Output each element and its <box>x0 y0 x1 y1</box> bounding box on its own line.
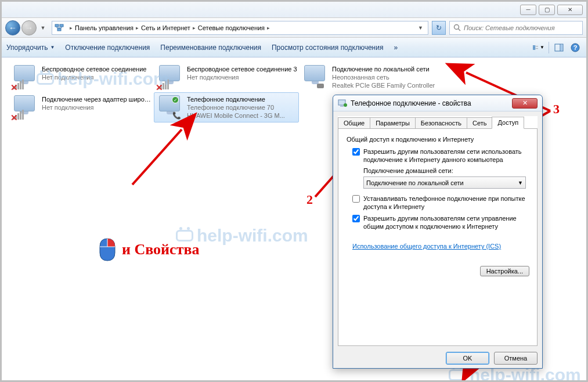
connection-device: HUAWEI Mobile Connect - 3G M... <box>187 111 285 120</box>
window-titlebar: ─ ▢ ✕ <box>2 2 586 18</box>
svg-line-8 <box>459 28 461 31</box>
disconnected-x-icon: ✕ <box>10 113 19 121</box>
cancel-button[interactable]: Отмена <box>494 352 538 365</box>
breadcrumb-seg[interactable]: ▸Сеть и Интернет <box>134 24 190 31</box>
network-adapter-icon: ✓ 📞 <box>158 95 182 120</box>
connection-title: Беспроводное сетевое соединение <box>42 65 146 73</box>
ok-button[interactable]: OK <box>446 352 489 365</box>
dialog-titlebar: Телефонное подключение - свойства ✕ <box>333 95 542 111</box>
network-adapter-icon: ✕ <box>13 95 37 120</box>
view-options-button[interactable]: ▼ <box>532 41 545 54</box>
forward-button[interactable]: → <box>21 20 37 35</box>
allow-sharing-checkbox[interactable] <box>352 148 360 156</box>
dialog-title: Телефонное подключение - свойства <box>351 99 471 107</box>
ics-help-link[interactable]: Использование общего доступа к Интернету… <box>352 242 501 250</box>
disconnected-x-icon: ✕ <box>10 82 19 91</box>
tab-access[interactable]: Доступ <box>492 117 524 129</box>
breadcrumb-seg[interactable]: ▸Панель управления <box>67 24 134 31</box>
back-button[interactable]: ← <box>5 20 20 35</box>
connected-check-icon: ✓ <box>172 96 179 103</box>
svg-rect-0 <box>55 24 59 27</box>
allow-sharing-label: Разрешить другим пользователям сети испо… <box>363 147 529 164</box>
svg-text:?: ? <box>573 44 578 51</box>
address-dropdown[interactable]: ▼ <box>416 25 425 31</box>
dialog-tabs: Общие Параметры Безопасность Сеть Доступ <box>338 116 538 129</box>
svg-rect-2 <box>57 28 61 31</box>
network-adapter-icon <box>303 65 327 89</box>
maximize-button[interactable]: ▢ <box>539 5 555 15</box>
svg-point-7 <box>454 24 459 29</box>
close-button[interactable]: ✕ <box>557 5 583 15</box>
connection-item-wireless-3[interactable]: ✕ Беспроводное сетевое соединение 3 Нет … <box>154 62 299 92</box>
view-status-button[interactable]: Просмотр состояния подключения <box>272 44 383 52</box>
connection-status: Нет подключения <box>42 73 146 81</box>
home-network-select[interactable]: Подключение по локальной сети ▼ <box>363 176 526 189</box>
preview-pane-button[interactable] <box>553 41 565 54</box>
breadcrumb-seg[interactable]: ▸Сетевые подключения <box>190 24 265 31</box>
dial-on-demand-checkbox[interactable] <box>352 195 360 203</box>
svg-rect-10 <box>533 48 535 49</box>
breadcrumb-seg[interactable]: ▸ <box>265 25 272 31</box>
annotation-label: и Свойства <box>122 241 199 258</box>
search-input[interactable] <box>464 24 579 31</box>
disconnected-x-icon: ✕ <box>156 82 164 91</box>
tab-security[interactable]: Безопасность <box>415 117 467 128</box>
tab-parameters[interactable]: Параметры <box>370 117 416 128</box>
tab-network[interactable]: Сеть <box>467 117 492 128</box>
connection-status: Телефонное подключение 70 <box>187 103 285 111</box>
connection-item-wireless-1[interactable]: ✕ Беспроводное сетевое соединение Нет по… <box>9 62 154 92</box>
refresh-button[interactable]: ↻ <box>432 21 446 35</box>
organize-menu[interactable]: Упорядочить ▼ <box>6 44 55 52</box>
annotation-right-click: и Свойства <box>99 237 199 262</box>
rename-connection-button[interactable]: Переименование подключения <box>160 44 261 52</box>
dialog-close-button[interactable]: ✕ <box>512 98 538 109</box>
chevron-down-icon: ▼ <box>518 180 523 186</box>
dialog-content: Общий доступ к подключению к Интернету Р… <box>338 129 538 346</box>
mouse-icon <box>99 237 116 262</box>
connection-title: Беспроводное сетевое соединение 3 <box>187 65 297 73</box>
group-title: Общий доступ к подключению к Интернету <box>347 136 529 143</box>
configure-button[interactable]: Настройка... <box>480 266 529 276</box>
connection-item-broadband[interactable]: ✕ Подключение через адаптер широкополосн… <box>9 92 154 122</box>
network-folder-icon <box>55 23 64 33</box>
tab-general[interactable]: Общие <box>338 117 370 128</box>
dialog-icon <box>338 99 347 108</box>
phone-icon: 📞 <box>172 111 181 120</box>
search-box[interactable] <box>449 21 583 35</box>
network-adapter-icon: ✕ <box>158 65 182 89</box>
svg-point-27 <box>344 103 347 107</box>
address-bar[interactable]: ▸Панель управления ▸Сеть и Интернет ▸Сет… <box>52 21 428 35</box>
disable-connection-button[interactable]: Отключение подключения <box>65 44 150 52</box>
connection-title: Подключение по локальной сети <box>332 65 435 73</box>
annotation-number-2: 2 <box>306 192 313 207</box>
connection-title: Подключение через адаптер широкополосной… <box>42 95 152 103</box>
connection-title: Телефонное подключение <box>187 95 285 103</box>
navigation-bar: ← → ▼ ▸Панель управления ▸Сеть и Интерне… <box>2 18 586 38</box>
connection-status: Неопознанная сеть <box>332 73 435 81</box>
search-icon <box>453 24 461 32</box>
minimize-button[interactable]: ─ <box>520 5 536 15</box>
properties-dialog: Телефонное подключение - свойства ✕ Общи… <box>333 95 543 369</box>
svg-rect-15 <box>561 45 562 51</box>
connection-item-dialup[interactable]: ✓ 📞 Телефонное подключение Телефонное по… <box>154 92 299 122</box>
allow-control-label: Разрешить другим пользователям сети упра… <box>363 214 529 230</box>
history-dropdown[interactable]: ▼ <box>38 20 48 35</box>
svg-rect-1 <box>60 24 63 27</box>
network-adapter-icon: ✕ <box>13 65 37 89</box>
back-forward-buttons: ← → ▼ <box>5 20 48 35</box>
svg-rect-26 <box>340 106 344 107</box>
allow-control-checkbox[interactable] <box>352 215 360 222</box>
connection-status: Нет подключения <box>187 73 297 81</box>
help-button[interactable]: ? <box>569 41 582 54</box>
command-toolbar: Упорядочить ▼ Отключение подключения Пер… <box>2 38 586 57</box>
home-network-label: Подключение домашней сети: <box>363 167 529 174</box>
connection-device: Realtek PCIe GBE Family Controller <box>332 81 435 89</box>
svg-rect-9 <box>533 45 535 47</box>
dial-on-demand-label: Устанавливать телефонное подключение при… <box>363 194 529 211</box>
connection-item-lan[interactable]: Подключение по локальной сети Неопознанн… <box>299 62 444 92</box>
annotation-number-3: 3 <box>553 102 560 117</box>
connection-status: Нет подключения <box>42 103 152 111</box>
